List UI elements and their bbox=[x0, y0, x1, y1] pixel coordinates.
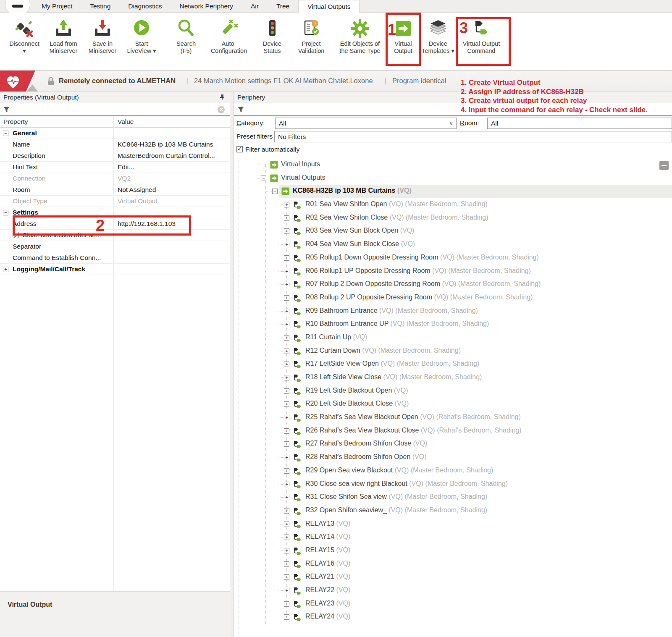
load-from-miniserver-button[interactable]: Load fromMiniserver bbox=[44, 17, 83, 55]
tree-item-r30-close-sea-view-right-blackout[interactable]: +R30 Close sea view right Blackout (VQ) … bbox=[234, 478, 672, 491]
property-value[interactable] bbox=[113, 241, 230, 252]
property-row-command-to-establish-conn[interactable]: Command to Establish Conn... bbox=[0, 252, 230, 264]
expand-icon[interactable]: + bbox=[284, 548, 289, 553]
tree-item-r05-rollup1-down-opposite-dressing-room[interactable]: +R05 Rollup1 Down Opposite Dressing Room… bbox=[234, 252, 672, 265]
collapse-icon[interactable]: − bbox=[3, 210, 8, 215]
category-dropdown[interactable]: All ∨ bbox=[275, 118, 457, 129]
expand-icon[interactable]: + bbox=[284, 309, 289, 314]
property-row-description[interactable]: DescriptionMasterBedroom Curtain Control… bbox=[0, 150, 230, 162]
expand-icon[interactable]: + bbox=[284, 295, 289, 301]
tree-item-r27-rahaf-s-bedroom-shifon-close[interactable]: +R27 Rahaf's Bedroom Shifon Close (VQ) bbox=[234, 438, 672, 451]
device-templates-button[interactable]: DeviceTemplates ▾ bbox=[420, 17, 456, 55]
expand-icon[interactable]: + bbox=[284, 468, 289, 474]
expand-icon[interactable]: + bbox=[284, 441, 289, 447]
expand-icon[interactable]: + bbox=[284, 202, 289, 207]
collapse-all-button[interactable] bbox=[659, 161, 669, 170]
tree-item-r07-rollup-2-down-opposite-dressing-room[interactable]: +R07 Rollup 2 Down Opposite Dressing Roo… bbox=[234, 278, 672, 291]
expand-icon[interactable]: + bbox=[284, 614, 289, 620]
expand-icon[interactable]: + bbox=[284, 415, 289, 420]
tree-item-r17-leftside-view-open[interactable]: +R17 LeftSide View Open (VQ) (Master Bed… bbox=[234, 358, 672, 371]
tree-item-r31-close-shifon-sea-view[interactable]: +R31 Close Shifon Sea view (VQ) (Master … bbox=[234, 491, 672, 504]
property-value[interactable] bbox=[113, 252, 230, 263]
property-value[interactable]: Not Assigned bbox=[113, 184, 230, 195]
expand-icon[interactable]: + bbox=[284, 574, 289, 580]
disconnect-button[interactable]: Disconnect▾ bbox=[5, 17, 44, 55]
property-value[interactable]: MasterBedroom Curtain Control... bbox=[113, 150, 230, 161]
expand-icon[interactable]: + bbox=[3, 267, 8, 272]
expand-icon[interactable]: + bbox=[284, 269, 289, 274]
properties-filter-input[interactable]: ✕ bbox=[0, 103, 230, 116]
tree-item-relay13[interactable]: +RELAY13 (VQ) bbox=[234, 518, 672, 531]
save-in-miniserver-button[interactable]: Save inMiniserver bbox=[83, 17, 122, 55]
tab-air[interactable]: Air bbox=[242, 0, 268, 13]
expand-icon[interactable]: + bbox=[284, 495, 289, 500]
tree-item-r01-sea-view-shifon-open[interactable]: +R01 Sea View Shifon Open (VQ) (Master B… bbox=[234, 198, 672, 212]
filter-clear-icon[interactable]: ✕ bbox=[218, 106, 225, 113]
tree-item-r12-curtain-down[interactable]: +R12 Curtain Down (VQ) (Master Bedroom, … bbox=[234, 345, 672, 358]
tree-item-relay14[interactable]: +RELAY14 (VQ) bbox=[234, 531, 672, 544]
expand-icon[interactable]: + bbox=[284, 455, 289, 460]
preset-filters-box[interactable]: No Filters bbox=[274, 131, 672, 142]
expand-icon[interactable]: + bbox=[284, 362, 289, 367]
start-liveview-button[interactable]: StartLiveView ▾ bbox=[122, 17, 161, 55]
property-value[interactable]: Edit... bbox=[113, 162, 230, 173]
property-value[interactable]: KC868-H32B ip 103 MB Curtains bbox=[113, 139, 230, 150]
tree-item-r19-left-side-blackout-open[interactable]: +R19 Left Side Blackout Open (VQ) bbox=[234, 385, 672, 398]
tab-tree[interactable]: Tree bbox=[268, 0, 298, 13]
property-row-hint-text[interactable]: Hint TextEdit... bbox=[0, 162, 230, 173]
tree-item-relay21[interactable]: +RELAY21 (VQ) bbox=[234, 571, 672, 584]
tree-item-r02-sea-view-shifon-close[interactable]: +R02 Sea View Shifon Close (VQ) (Master … bbox=[234, 212, 672, 225]
tree-item-r06-rollup1-up-opposite-dressing-room[interactable]: +R06 Rollup1 UP Opposite Dressing Room (… bbox=[234, 265, 672, 278]
expand-icon[interactable]: + bbox=[284, 349, 289, 354]
expand-icon[interactable]: + bbox=[284, 228, 289, 234]
tree-item-relay23[interactable]: +RELAY23 (VQ) bbox=[234, 598, 672, 611]
expand-icon[interactable]: + bbox=[284, 215, 289, 221]
tree-item-r11-curtain-up[interactable]: +R11 Curtain Up (VQ) bbox=[234, 331, 672, 345]
expand-icon[interactable]: + bbox=[284, 242, 289, 247]
expand-icon[interactable]: + bbox=[284, 322, 289, 327]
tree-item-virtual-inputs[interactable]: Virtual Inputs bbox=[234, 158, 672, 172]
property-value[interactable]: Virtual Output bbox=[113, 196, 230, 207]
tree-item-r10-bathroom-entrance-up[interactable]: +R10 Bathroom Entrance UP (VQ) (Master B… bbox=[234, 318, 672, 331]
expand-icon[interactable]: + bbox=[284, 375, 289, 380]
search-button[interactable]: Search(F5) bbox=[167, 17, 205, 55]
tab-diagnostics[interactable]: Diagnostics bbox=[119, 0, 171, 13]
device-status-button[interactable]: DeviceStatus bbox=[253, 17, 291, 55]
tree-item-relay16[interactable]: +RELAY16 (VQ) bbox=[234, 558, 672, 571]
tab-network-periphery[interactable]: Network Periphery bbox=[171, 0, 242, 13]
edit-objects-same-type-button[interactable]: Edit Objects ofthe Same Type bbox=[336, 17, 384, 55]
property-value[interactable]: VQ2 bbox=[113, 173, 230, 184]
tree-item-r03-sea-view-sun-block-open[interactable]: +R03 Sea View Sun Block Open (VQ) bbox=[234, 225, 672, 238]
expand-icon[interactable]: + bbox=[284, 388, 289, 394]
expand-icon[interactable]: + bbox=[284, 522, 289, 527]
panel-splitter[interactable] bbox=[230, 92, 230, 637]
tree-item-relay15[interactable]: +RELAY15 (VQ) bbox=[234, 544, 672, 558]
tree-item-r25-rahaf-s-sea-view-blackout-open[interactable]: +R25 Rahaf's Sea View Blackout Open (VQ)… bbox=[234, 411, 672, 425]
tree-item-r09-bathroom-entrance[interactable]: +R09 Bathroom Entrance (VQ) (Master Bedr… bbox=[234, 305, 672, 318]
tree-item-r26-rahaf-s-sea-view-blackout-close[interactable]: +R26 Rahaf's Sea View Blackout Close (VQ… bbox=[234, 425, 672, 438]
tree-item-r04-sea-view-sun-block-close[interactable]: +R04 Sea View Sun Block Close (VQ) bbox=[234, 238, 672, 252]
tab-testing[interactable]: Testing bbox=[81, 0, 119, 13]
tree-item-r32-open-shifon-seaview[interactable]: +R32 Open Shifon seaview_ (VQ) (Master B… bbox=[234, 504, 672, 518]
expand-icon[interactable]: + bbox=[284, 508, 289, 514]
expand-icon[interactable]: + bbox=[284, 255, 289, 261]
property-row-separator[interactable]: Separator bbox=[0, 241, 230, 252]
property-row-object-type[interactable]: Object TypeVirtual Output bbox=[0, 196, 230, 207]
expand-icon[interactable]: + bbox=[284, 428, 289, 434]
collapse-icon[interactable]: − bbox=[3, 131, 8, 136]
expand-icon[interactable]: + bbox=[284, 335, 289, 341]
expand-icon[interactable]: + bbox=[284, 282, 289, 287]
property-group-logging-mail-call-track[interactable]: +Logging/Mail/Call/Track bbox=[0, 264, 230, 275]
expand-icon[interactable]: + bbox=[284, 482, 289, 487]
collapse-icon[interactable]: − bbox=[261, 176, 266, 181]
property-row-connection[interactable]: ConnectionVQ2 bbox=[0, 173, 230, 184]
pin-icon[interactable] bbox=[219, 94, 226, 101]
tree-item-r20-left-side-blackout-close[interactable]: +R20 Left Side Blackout Close (VQ) bbox=[234, 398, 672, 411]
auto-configuration-button[interactable]: Auto-Configuration bbox=[208, 17, 250, 55]
tab-virtual-outputs[interactable]: Virtual Outputs bbox=[298, 0, 360, 13]
room-dropdown[interactable]: All bbox=[487, 118, 672, 129]
tree-item-r28-rahaf-s-bedroom-shifon-open[interactable]: +R28 Rahaf's Bedroom Shifon Open (VQ) bbox=[234, 451, 672, 464]
tree-item-r18-left-side-view-close[interactable]: +R18 Left Side View Close (VQ) (Master B… bbox=[234, 371, 672, 385]
expand-icon[interactable]: + bbox=[284, 401, 289, 407]
property-row-room[interactable]: RoomNot Assigned bbox=[0, 184, 230, 196]
